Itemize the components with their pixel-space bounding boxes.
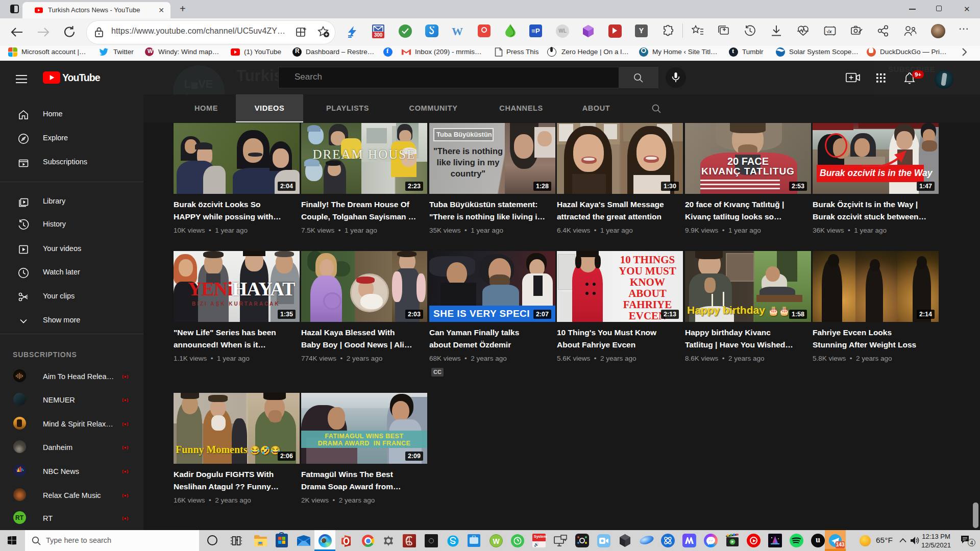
svg-text:YouTube: YouTube: [62, 72, 101, 83]
svg-text:√x: √x: [826, 29, 832, 34]
